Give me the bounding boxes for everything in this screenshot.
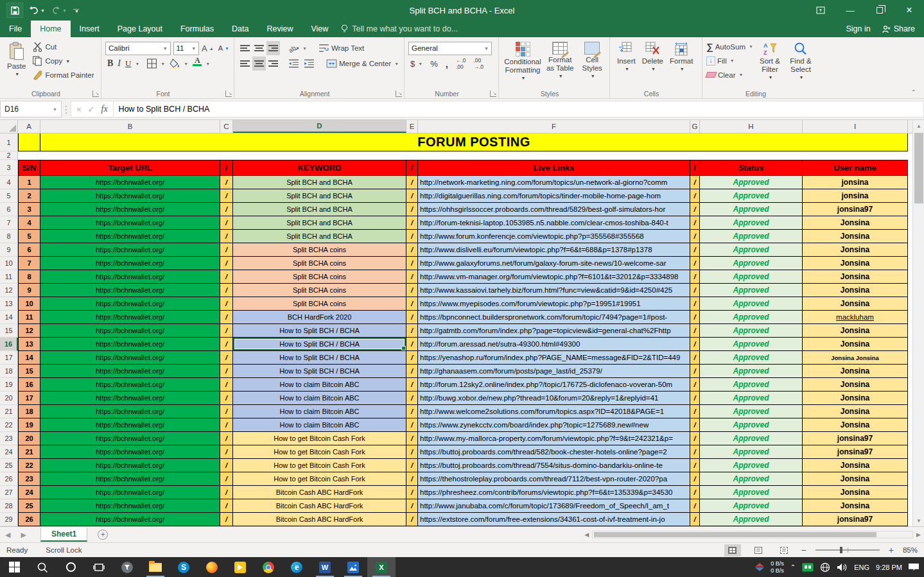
action-center-icon[interactable] <box>909 564 919 571</box>
cell-keyword[interactable]: How to Split BCH / BCHA <box>233 338 406 351</box>
network-globe-icon[interactable] <box>820 562 830 573</box>
format-cells-button[interactable]: Format▼ <box>667 40 696 74</box>
row-header-25[interactable]: 25 <box>0 459 18 472</box>
cell-sn[interactable]: 23 <box>18 472 40 486</box>
firefox-button[interactable] <box>198 557 226 577</box>
cell-keyword[interactable]: Split BCH and BCHA <box>233 189 406 203</box>
sheet-nav-left[interactable]: ◀ <box>0 531 15 539</box>
cell-sn[interactable]: 8 <box>18 270 40 284</box>
increase-decimal-button[interactable]: ←.0.00 <box>454 56 468 71</box>
row-header-16[interactable]: 16 <box>0 338 18 351</box>
cell-separator[interactable]: / <box>220 230 233 243</box>
cell-separator[interactable]: / <box>220 257 233 270</box>
column-header-C[interactable]: C <box>220 120 233 133</box>
cell-keyword[interactable]: How to get Bitcoin Cash Fork <box>233 472 406 486</box>
zoom-in-button[interactable]: + <box>889 545 894 555</box>
decrease-indent-button[interactable] <box>286 56 301 71</box>
cell-status[interactable]: Approved <box>700 351 803 365</box>
cell-user-name[interactable]: Jonsina <box>803 365 908 378</box>
cell-sn[interactable]: 3 <box>18 203 40 216</box>
taskbar-search-button[interactable] <box>28 557 57 577</box>
zoom-level[interactable]: 85% <box>903 546 918 554</box>
borders-button[interactable]: ▼ <box>144 56 167 71</box>
cell-separator[interactable]: / <box>690 270 700 284</box>
cell-separator[interactable]: / <box>406 499 418 513</box>
sort-filter-button[interactable]: AZ Sort & Filter▼ <box>756 40 784 82</box>
cell-live-link[interactable]: http://www.dislivelli.eu/forum/viewtopic… <box>418 243 690 257</box>
cell-status[interactable]: Approved <box>700 445 803 459</box>
cell-target-url[interactable]: https://bchnwallet.org/ <box>40 378 220 392</box>
font-size-select[interactable]: 11▼ <box>173 42 200 55</box>
start-button[interactable] <box>0 557 28 577</box>
cell-separator[interactable]: / <box>406 418 418 432</box>
column-header-F[interactable]: F <box>418 120 690 133</box>
clock[interactable]: 9:28 PM <box>876 564 902 571</box>
cell-live-link[interactable]: http://network-marketing.ning.com/forum/… <box>418 176 690 189</box>
clipboard-dialog-launcher[interactable]: ↘ <box>92 90 99 97</box>
cell-user-name[interactable]: Jonsina <box>803 270 908 284</box>
cell-separator[interactable]: / <box>690 418 700 432</box>
cell-live-link[interactable]: https://phresheez.com/contrib/forums/vie… <box>418 486 690 499</box>
cell-keyword[interactable]: How to claim Bitcoin ABC <box>233 392 406 405</box>
cell-separator[interactable]: / <box>220 499 233 513</box>
cell-separator[interactable]: / <box>690 351 700 365</box>
cell-target-url[interactable]: https://bchnwallet.org/ <box>40 418 220 432</box>
cell-status[interactable]: Approved <box>700 203 803 216</box>
photos-button[interactable] <box>339 557 367 577</box>
page-break-view-button[interactable] <box>776 544 792 556</box>
cell-sn[interactable]: 2 <box>18 189 40 203</box>
cell-keyword[interactable]: How to Split BCH / BCHA <box>233 365 406 378</box>
cell-separator[interactable]: / <box>406 203 418 216</box>
cell-user-name[interactable]: Jonsina <box>803 499 908 513</box>
cell-keyword[interactable]: Bitcoin Cash ABC HardFork <box>233 513 406 526</box>
column-header-A[interactable]: A <box>18 120 40 133</box>
cell-live-link[interactable]: http://www.janubaba.com/c/forum/topic/17… <box>418 499 690 513</box>
cell-separator[interactable]: / <box>220 472 233 486</box>
cortana-button[interactable] <box>57 557 85 577</box>
cell-target-url[interactable]: https://bchnwallet.org/ <box>40 203 220 216</box>
cell-live-link[interactable]: http://www.vm-manager.org/forum/viewtopi… <box>418 270 690 284</box>
font-color-button[interactable]: A <box>191 56 204 71</box>
cell-user-name[interactable]: Jonsina <box>803 243 908 257</box>
cell-live-link[interactable]: http://buwg.xobor.de/new.php?thread=10&f… <box>418 392 690 405</box>
skype-button[interactable]: S <box>170 557 198 577</box>
column-header-D[interactable]: D <box>233 120 406 133</box>
cell-separator[interactable]: / <box>690 472 700 486</box>
fill-color-button[interactable]: ▼ <box>168 56 190 71</box>
cell-target-url[interactable]: https://bchnwallet.org/ <box>40 324 220 338</box>
new-sheet-button[interactable]: + <box>98 530 108 540</box>
cell-live-link[interactable]: http://www.welcome2solutions.com/forum/t… <box>418 405 690 418</box>
cell-keyword[interactable]: Split BCHA coins <box>233 297 406 311</box>
cell-separator[interactable]: / <box>690 486 700 499</box>
cell-separator[interactable]: / <box>406 445 418 459</box>
cell-keyword[interactable]: How to get Bitcoin Cash Fork <box>233 432 406 445</box>
cell-keyword[interactable]: How to get Bitcoin Cash Fork <box>233 459 406 472</box>
cell-status[interactable]: Approved <box>700 216 803 230</box>
cell-title-spacer[interactable] <box>18 133 40 151</box>
cell-user-name[interactable]: jonsina97 <box>803 513 908 526</box>
cell-target-url[interactable]: https://bchnwallet.org/ <box>40 513 220 526</box>
find-select-button[interactable]: Find & Select▼ <box>787 40 815 82</box>
tab-home[interactable]: Home <box>31 21 70 37</box>
cell-user-name[interactable]: Jonsina <box>803 405 908 418</box>
sheet-nav-right[interactable]: ▶ <box>15 531 31 539</box>
cell-separator[interactable]: / <box>406 257 418 270</box>
cut-button[interactable]: Cut <box>30 40 96 54</box>
row-header-12[interactable]: 12 <box>0 284 18 297</box>
vertical-scroll-thumb[interactable] <box>914 133 923 203</box>
cell-user-name[interactable]: Jonsina <box>803 418 908 432</box>
row-header-23[interactable]: 23 <box>0 432 18 445</box>
cell-status[interactable]: Approved <box>700 499 803 513</box>
cell-user-name[interactable]: Jonsina <box>803 472 908 486</box>
format-as-table-button[interactable]: Format as Table▼ <box>543 40 577 83</box>
insert-cells-button[interactable]: Insert▼ <box>614 40 639 74</box>
cell-live-link[interactable]: http://www.forum.konferencje.com/viewtop… <box>418 230 690 243</box>
cell-separator[interactable]: / <box>690 243 700 257</box>
cell-target-url[interactable]: https://bchnwallet.org/ <box>40 459 220 472</box>
cell-status[interactable]: Approved <box>700 338 803 351</box>
middle-align-button[interactable] <box>252 41 266 55</box>
normal-view-button[interactable] <box>724 544 741 556</box>
cell-styles-button[interactable]: Cell Styles▼ <box>577 40 607 83</box>
cell-separator[interactable]: / <box>406 243 418 257</box>
cell-status[interactable]: Approved <box>700 378 803 392</box>
